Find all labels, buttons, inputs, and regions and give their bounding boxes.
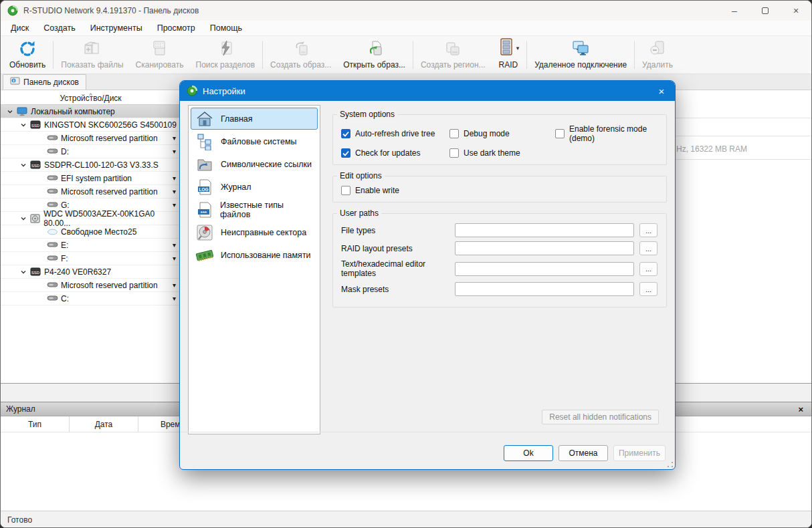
tree-row-local-computer[interactable]: Локальный компьютер (1, 105, 181, 118)
refresh-button[interactable]: Обновить (3, 37, 52, 72)
create-image-icon (291, 39, 311, 59)
menu-help[interactable]: Помощь (203, 23, 249, 33)
lightning-icon (215, 39, 235, 59)
open-image-button[interactable]: Открыть образ... (337, 37, 411, 72)
mask-presets-path-input[interactable] (455, 282, 634, 296)
settings-sidebar: Главная Файловые системы Символические с… (188, 105, 320, 434)
tree-row-free-space[interactable]: Свободное Место25 (1, 225, 181, 239)
checkbox-box[interactable] (341, 129, 350, 138)
tree-column-header[interactable]: ^ Устройство/Диск (1, 90, 181, 105)
file-types-path-input[interactable] (455, 223, 634, 237)
row-dropdown-icon[interactable]: ▾ (173, 255, 176, 262)
tree-row-partition[interactable]: C: ▾ (1, 292, 181, 305)
tree-row-partition[interactable]: F: ▾ (1, 252, 181, 265)
chevron-down-icon[interactable] (17, 269, 29, 275)
checkbox-dark-theme[interactable]: Use dark theme (449, 148, 555, 158)
resize-grip[interactable] (667, 461, 674, 468)
log-close-icon[interactable]: × (795, 404, 806, 414)
tree-row-disk[interactable]: SSD P4-240 VE0R6327 (1, 265, 181, 279)
tree-row-partition[interactable]: Microsoft reserved partition ▾ (1, 185, 181, 199)
tree-row-partition[interactable]: Microsoft reserved partition ▾ (1, 279, 181, 292)
dialog-close-icon[interactable]: × (651, 86, 672, 97)
svg-text:SSD: SSD (31, 124, 40, 128)
row-dropdown-icon[interactable]: ▾ (173, 134, 176, 142)
raid-button[interactable]: ▾ RAID (492, 37, 526, 72)
tree-row-label: C: (61, 294, 69, 303)
tree-row-partition[interactable]: EFI system partition ▾ (1, 172, 181, 185)
tree-row-disk[interactable]: WDC WD5003AZEX-00K1GA0 80.00... (1, 212, 181, 225)
checkbox-forensic-mode[interactable]: Enable forensic mode (demo) (555, 124, 658, 143)
reset-notifications-button[interactable]: Reset all hidden notifications (542, 410, 659, 424)
chevron-down-icon[interactable] (17, 215, 29, 222)
checkbox-box[interactable] (449, 148, 459, 158)
sidebar-item-symlinks[interactable]: Символические ссылки (191, 153, 318, 175)
tree-row-partition[interactable]: E: ▾ (1, 239, 181, 252)
sidebar-item-bad-sectors[interactable]: Неисправные сектора (191, 221, 318, 243)
browse-button[interactable]: ... (639, 262, 657, 276)
checkbox-box[interactable] (449, 129, 459, 138)
row-dropdown-icon[interactable]: ▾ (173, 281, 176, 289)
row-dropdown-icon[interactable]: ▾ (173, 174, 176, 182)
menu-disk[interactable]: Диск (3, 23, 36, 33)
tab-drive-panel[interactable]: Панель дисков (3, 74, 86, 90)
checkbox-debug-mode[interactable]: Debug mode (449, 124, 555, 143)
row-dropdown-icon[interactable]: ▾ (173, 241, 176, 249)
apply-button[interactable]: Применить (613, 445, 666, 461)
row-dropdown-icon[interactable]: ▾ (173, 295, 176, 302)
tab-label: Панель дисков (23, 78, 79, 87)
raid-presets-path-input[interactable] (455, 241, 634, 255)
tree-row-partition[interactable]: D: ▾ (1, 145, 181, 158)
raid-dropdown-icon[interactable]: ▾ (516, 45, 520, 51)
row-dropdown-icon[interactable]: ▾ (173, 148, 176, 155)
bad-sectors-icon (195, 224, 214, 241)
chevron-down-icon[interactable] (17, 122, 29, 128)
checkbox-box[interactable] (341, 148, 350, 158)
create-image-button[interactable]: Создать образ... (264, 37, 337, 72)
checkbox-auto-refresh[interactable]: Auto-refresh drive tree (341, 124, 449, 143)
log-column-type[interactable]: Тип (1, 416, 70, 432)
checkbox-box[interactable] (341, 186, 350, 195)
chevron-down-icon[interactable] (17, 162, 29, 168)
row-dropdown-icon[interactable]: ▾ (173, 201, 176, 209)
log-file-icon: LOG (195, 178, 214, 196)
sidebar-item-memory-usage[interactable]: Использование памяти (191, 244, 318, 266)
group-title: System options (337, 110, 397, 119)
checkbox-box[interactable] (555, 129, 565, 138)
checkbox-label: Enable write (355, 186, 399, 195)
tree-row-label: D: (61, 147, 69, 156)
tree-row-partition[interactable]: Microsoft reserved partition ▾ (1, 132, 181, 145)
remote-connection-button[interactable]: Удаленное подключение (528, 37, 633, 72)
toolbar-label: Создать образ... (270, 60, 331, 70)
close-button[interactable]: × (781, 1, 811, 21)
chevron-down-icon[interactable] (4, 108, 16, 115)
cancel-button[interactable]: Отмена (559, 445, 608, 461)
sidebar-item-known-file-types[interactable]: *** Известные типы файлов (191, 199, 318, 221)
tree-row-disk[interactable]: SSD KINGSTON SKC600256G S4500109 (1, 118, 181, 132)
home-icon (195, 111, 214, 127)
toolbar-separator (526, 41, 527, 69)
sidebar-item-main[interactable]: Главная (191, 108, 318, 130)
toolbar-separator (413, 41, 413, 69)
minimize-button[interactable]: – (719, 1, 750, 21)
delete-button[interactable]: Удалить (636, 37, 679, 72)
menu-tools[interactable]: Инструменты (83, 23, 150, 33)
search-partitions-button[interactable]: Поиск разделов (190, 37, 262, 72)
checkbox-enable-write[interactable]: Enable write (341, 186, 658, 195)
browse-button[interactable]: ... (639, 223, 657, 237)
browse-button[interactable]: ... (639, 282, 657, 296)
tree-row-disk[interactable]: SSD SSDPR-CL100-120-G3 V3.33.S (1, 158, 181, 172)
ok-button[interactable]: Ok (504, 445, 553, 461)
sidebar-item-file-systems[interactable]: Файловые системы (191, 130, 318, 152)
editor-templates-path-input[interactable] (455, 262, 634, 276)
create-region-button[interactable]: Создать регион... (415, 37, 492, 72)
scan-button[interactable]: Сканировать (130, 37, 190, 72)
menu-view[interactable]: Просмотр (150, 23, 203, 33)
row-dropdown-icon[interactable]: ▾ (173, 188, 176, 195)
show-files-button[interactable]: Показать файлы (55, 37, 129, 72)
sidebar-item-log[interactable]: LOG Журнал (191, 176, 318, 198)
maximize-button[interactable] (750, 1, 781, 21)
log-column-date[interactable]: Дата (70, 416, 138, 432)
checkbox-check-updates[interactable]: Check for updates (341, 148, 449, 158)
browse-button[interactable]: ... (639, 241, 657, 255)
menu-create[interactable]: Создать (36, 23, 83, 33)
